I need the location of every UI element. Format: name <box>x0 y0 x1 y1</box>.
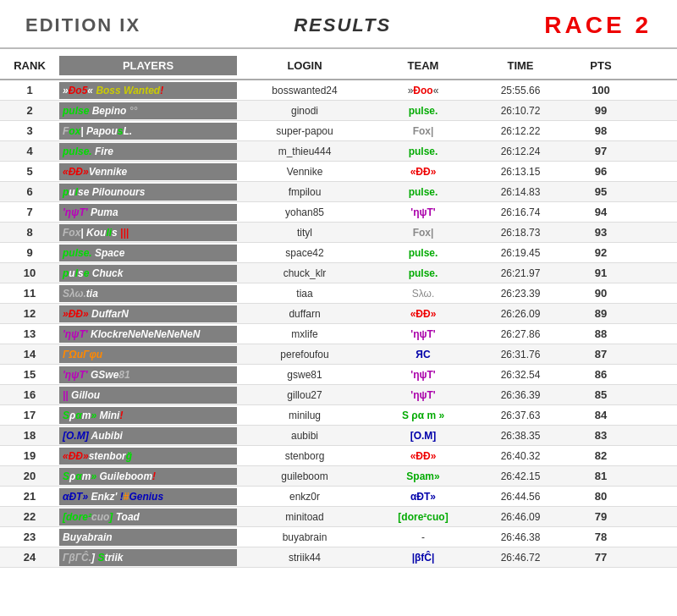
time-cell: 26:32.54 <box>474 366 567 383</box>
login-cell: tityl <box>237 224 372 241</box>
pts-cell: 85 <box>567 386 635 404</box>
player-name: Sραm» Guileboom! <box>59 468 237 485</box>
team-header: TEAM <box>372 56 474 75</box>
rank-cell: 10 <box>0 264 59 282</box>
login-cell: buyabrain <box>237 529 372 546</box>
pts-cell: 77 <box>567 548 635 566</box>
pts-cell: 92 <box>567 244 635 261</box>
team-cell: 'ηψΤ' <box>372 387 474 404</box>
table-row: 11 Sλω.tia tiaa Sλω. 26:23.39 90 <box>0 283 677 304</box>
login-cell: gillou27 <box>237 387 372 404</box>
time-cell: 26:21.97 <box>474 265 567 282</box>
time-header: TIME <box>474 56 567 75</box>
player-name: ΓβΓĈ.] Striik <box>59 549 237 566</box>
team-cell: pulse. <box>372 184 474 201</box>
rank-cell: 18 <box>0 426 59 444</box>
time-cell: 26:26.09 <box>474 305 567 322</box>
pts-cell: 81 <box>567 467 635 485</box>
time-cell: 26:13.15 <box>474 163 567 180</box>
player-name: Fox| Koulis ||| <box>59 224 237 241</box>
rank-cell: 5 <box>0 162 59 180</box>
table-row: 10 pulse Chuck chuck_klr pulse. 26:21.97… <box>0 263 677 283</box>
team-cell: αÐΤ» <box>372 488 474 505</box>
time-cell: 26:38.35 <box>474 427 567 444</box>
table-row: 24 ΓβΓĈ.] Striik striik44 |βfĈ| 26:46.72… <box>0 547 677 568</box>
login-cell: m_thieu444 <box>237 143 372 160</box>
player-name: [O.M] Aubibi <box>59 427 237 444</box>
login-cell: minitoad <box>237 509 372 525</box>
team-cell: »Ðoo« <box>372 82 474 99</box>
login-cell: striik44 <box>237 549 372 566</box>
player-name: Sλω.tia <box>59 285 237 302</box>
rank-header: RANK <box>0 56 59 75</box>
rank-cell: 2 <box>0 102 59 119</box>
pts-cell: 78 <box>567 528 635 546</box>
player-name: »ÐÐ» DuffarN <box>59 305 237 322</box>
player-name: «ÐÐ»Vennike <box>59 163 237 180</box>
player-name: pulse. Space <box>59 245 237 261</box>
time-cell: 25:55.66 <box>474 82 567 99</box>
team-cell: «ÐÐ» <box>372 163 474 180</box>
rank-cell: 7 <box>0 203 59 221</box>
table-row: 2 pulse Bepino °° ginodi pulse. 26:10.72… <box>0 101 677 121</box>
table-row: 8 Fox| Koulis ||| tityl Fox| 26:18.73 93 <box>0 223 677 243</box>
time-cell: 26:10.72 <box>474 102 567 119</box>
pts-cell: 98 <box>567 122 635 140</box>
player-name: »Ðo5« Boss Wanted! <box>59 82 237 99</box>
team-cell: S ρα m » <box>372 407 474 424</box>
team-cell: - <box>372 529 474 546</box>
rank-cell: 22 <box>0 508 59 525</box>
team-cell: pulse. <box>372 102 474 119</box>
rank-cell: 23 <box>0 528 59 546</box>
login-cell: gswe81 <box>237 366 372 383</box>
pts-cell: 95 <box>567 183 635 201</box>
time-cell: 26:46.72 <box>474 549 567 566</box>
rank-cell: 24 <box>0 548 59 566</box>
time-cell: 26:23.39 <box>474 285 567 302</box>
player-name: Sραm» Mini! <box>59 407 237 424</box>
time-cell: 26:46.38 <box>474 529 567 546</box>
table-row: 21 αÐΤ» Enkz' !#Genius enkz0r αÐΤ» 26:44… <box>0 487 677 507</box>
pts-cell: 83 <box>567 426 635 444</box>
pts-cell: 88 <box>567 325 635 343</box>
login-cell: guileboom <box>237 468 372 485</box>
login-cell: mxlife <box>237 326 372 343</box>
login-cell: minilug <box>237 407 372 424</box>
header: EDITION IX RESULTS RACE 2 <box>0 0 677 49</box>
pts-cell: 96 <box>567 162 635 180</box>
team-cell: 'ηψΤ' <box>372 326 474 343</box>
players-header: PLAYERS <box>59 56 237 75</box>
table-row: 5 «ÐÐ»Vennike Vennike «ÐÐ» 26:13.15 96 <box>0 162 677 182</box>
login-cell: super-papou <box>237 123 372 140</box>
login-cell: Vennike <box>237 163 372 180</box>
player-name: || Gillou <box>59 387 237 404</box>
pts-cell: 79 <box>567 508 635 525</box>
team-cell: ЯC <box>372 346 474 363</box>
rank-cell: 6 <box>0 183 59 201</box>
player-name: pulse. Fire <box>59 143 237 160</box>
pts-cell: 87 <box>567 345 635 363</box>
login-cell: tiaa <box>237 285 372 302</box>
team-cell: Fox| <box>372 123 474 140</box>
player-name: 'ηψΤ' GSwe81 <box>59 366 237 383</box>
player-name: Buyabrain <box>59 529 237 546</box>
rank-cell: 21 <box>0 487 59 505</box>
login-cell: space42 <box>237 245 372 261</box>
table-row: 16 || Gillou gillou27 'ηψΤ' 26:36.39 85 <box>0 385 677 405</box>
player-name: Fox| PapousL. <box>59 123 237 140</box>
login-cell: aubibi <box>237 427 372 444</box>
table-row: 18 [O.M] Aubibi aubibi [O.M] 26:38.35 83 <box>0 426 677 446</box>
rank-cell: 13 <box>0 325 59 343</box>
time-cell: 26:12.22 <box>474 123 567 140</box>
time-cell: 26:31.76 <box>474 346 567 363</box>
time-cell: 26:40.32 <box>474 448 567 465</box>
rank-cell: 14 <box>0 345 59 363</box>
table-row: 22 [dore²cuo] Toad minitoad [dore²cuo] 2… <box>0 507 677 527</box>
rank-cell: 9 <box>0 244 59 261</box>
team-cell: Spam» <box>372 468 474 485</box>
table-body: 1 »Ðo5« Boss Wanted! bosswanted24 »Ðoo« … <box>0 80 677 568</box>
table-row: 20 Sραm» Guileboom! guileboom Spam» 26:4… <box>0 466 677 487</box>
rank-cell: 15 <box>0 366 59 383</box>
team-cell: [O.M] <box>372 427 474 444</box>
time-cell: 26:42.15 <box>474 468 567 485</box>
